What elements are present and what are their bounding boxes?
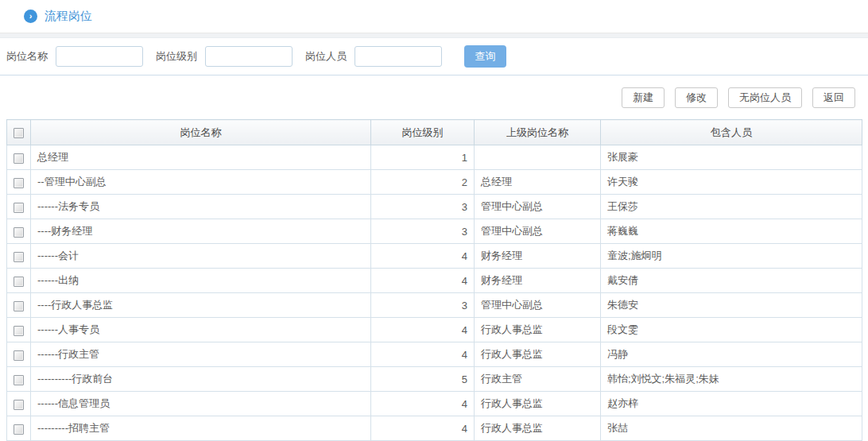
back-button[interactable]: 返回 [812,87,855,108]
cell-position-level: 4 [371,269,475,293]
cell-parent-position: 行政人事总监 [475,318,601,342]
cell-position-level: 4 [371,392,475,416]
table-row[interactable]: ----------行政前台 5 行政主管 韩怡;刘悦文;朱福灵;朱妹 [7,367,862,392]
row-checkbox[interactable] [14,178,24,188]
row-checkbox-cell [7,392,31,416]
row-checkbox-cell [7,244,31,269]
search-group-position-level: 岗位级别 [156,46,305,67]
row-checkbox[interactable] [14,227,24,238]
header-people: 包含人员 [601,120,862,145]
row-checkbox-cell [7,367,31,392]
cell-position-level: 4 [371,318,475,342]
cell-people: 朱德安 [601,293,862,318]
cell-position-name: ------行政主管 [31,342,371,367]
cell-position-level: 3 [371,219,475,244]
row-checkbox[interactable] [14,252,24,262]
query-button[interactable]: 查询 [464,45,506,68]
edit-button[interactable]: 修改 [675,87,718,108]
cell-people: 冯静 [601,342,862,367]
cell-position-name: ------会计 [31,244,371,269]
position-staff-label: 岗位人员 [305,49,347,64]
cell-position-name: 总经理 [31,145,371,170]
row-checkbox-cell [7,145,31,170]
row-checkbox-cell [7,170,31,195]
cell-people: 童波;施炯明 [601,244,862,269]
cell-parent-position: 管理中心副总 [475,195,601,219]
table-row[interactable]: --管理中心副总 2 总经理 许天骏 [7,170,862,195]
cell-people: 王保莎 [601,195,862,219]
search-group-position-name: 岗位名称 [6,46,156,67]
cell-people: 张展豪 [601,145,862,170]
no-staff-button[interactable]: 无岗位人员 [728,87,802,108]
table-row[interactable]: ------行政主管 4 行政人事总监 冯静 [7,342,862,367]
cell-position-name: ------出纳 [31,269,371,293]
cell-position-level: 3 [371,195,475,219]
cell-position-level: 1 [371,145,475,170]
cell-position-name: --管理中心副总 [31,170,371,195]
arrow-circle-icon: › [24,10,37,23]
row-checkbox-cell [7,293,31,318]
row-checkbox[interactable] [14,350,24,361]
cell-position-name: ---------招聘主管 [31,416,371,441]
cell-position-name: ------信息管理员 [31,392,371,416]
row-checkbox[interactable] [14,301,24,311]
row-checkbox[interactable] [14,424,24,435]
row-checkbox-cell [7,342,31,367]
cell-position-level: 4 [371,244,475,269]
row-checkbox-cell [7,219,31,244]
cell-people: 段文雯 [601,318,862,342]
row-checkbox[interactable] [14,326,24,336]
cell-parent-position: 管理中心副总 [475,219,601,244]
table-row[interactable]: ------法务专员 3 管理中心副总 王保莎 [7,195,862,219]
cell-position-name: ----------行政前台 [31,367,371,392]
table-row[interactable]: ------出纳 4 财务经理 戴安倩 [7,269,862,293]
cell-parent-position: 行政人事总监 [475,342,601,367]
new-button[interactable]: 新建 [622,87,665,108]
position-staff-input[interactable] [355,46,442,67]
row-checkbox[interactable] [14,375,24,385]
row-checkbox[interactable] [14,203,24,213]
table-row[interactable]: ---------招聘主管 4 行政人事总监 张喆 [7,416,862,441]
select-all-checkbox[interactable] [14,128,24,138]
table-row[interactable]: ----财务经理 3 管理中心副总 蒋巍巍 [7,219,862,244]
cell-position-level: 3 [371,293,475,318]
position-name-input[interactable] [56,46,143,67]
cell-parent-position: 行政人事总监 [475,416,601,441]
table-row[interactable]: ----行政人事总监 3 管理中心副总 朱德安 [7,293,862,318]
row-checkbox[interactable] [14,277,24,287]
header-position-level: 岗位级别 [371,120,475,145]
row-checkbox-cell [7,195,31,219]
cell-parent-position: 行政人事总监 [475,392,601,416]
table-header-row: 岗位名称 岗位级别 上级岗位名称 包含人员 [7,120,862,145]
row-checkbox[interactable] [14,153,24,164]
cell-parent-position: 财务经理 [475,269,601,293]
cell-position-level: 4 [371,416,475,441]
cell-parent-position: 总经理 [475,170,601,195]
search-group-position-staff: 岗位人员 [305,46,455,67]
table-row[interactable]: 总经理 1 张展豪 [7,145,862,170]
position-level-label: 岗位级别 [156,49,197,64]
cell-people: 张喆 [601,416,862,441]
table-row[interactable]: ------人事专员 4 行政人事总监 段文雯 [7,318,862,342]
header-parent-position: 上级岗位名称 [475,120,601,145]
cell-parent-position: 管理中心副总 [475,293,601,318]
toolbar: 新建 修改 无岗位人员 返回 [0,75,868,108]
cell-people: 韩怡;刘悦文;朱福灵;朱妹 [601,367,862,392]
cell-position-name: ------法务专员 [31,195,371,219]
row-checkbox[interactable] [14,400,24,410]
cell-people: 戴安倩 [601,269,862,293]
table-row[interactable]: ------信息管理员 4 行政人事总监 赵亦梓 [7,392,862,416]
cell-parent-position: 财务经理 [475,244,601,269]
position-level-input[interactable] [205,46,293,67]
cell-position-level: 4 [371,342,475,367]
row-checkbox-cell [7,416,31,441]
table-row[interactable]: ------会计 4 财务经理 童波;施炯明 [7,244,862,269]
positions-table: 岗位名称 岗位级别 上级岗位名称 包含人员 总经理 1 张展豪 --管理中心副总… [6,119,862,441]
row-checkbox-cell [7,269,31,293]
cell-position-level: 2 [371,170,475,195]
search-bar: 岗位名称 岗位级别 岗位人员 查询 [0,38,868,75]
cell-position-level: 5 [371,367,475,392]
cell-people: 许天骏 [601,170,862,195]
page-title: 流程岗位 [45,9,92,24]
cell-position-name: ----行政人事总监 [31,293,371,318]
